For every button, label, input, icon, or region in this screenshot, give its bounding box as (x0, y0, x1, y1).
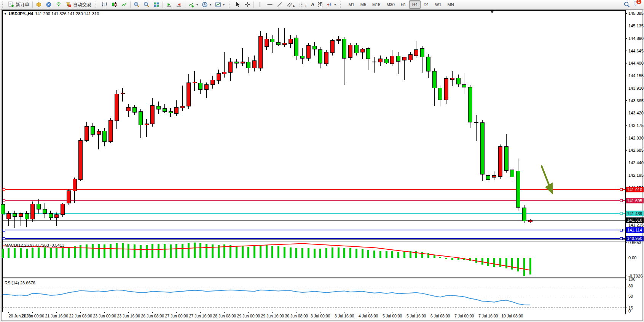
signals-button[interactable] (54, 0, 64, 9)
svg-text:5 Jul 16:00: 5 Jul 16:00 (406, 314, 426, 318)
chevron-down-icon: ▾ (334, 3, 336, 6)
svg-text:0: 0 (628, 309, 631, 313)
timeframe-M30[interactable]: M30 (383, 0, 397, 9)
autotrading-icon (65, 2, 72, 8)
svg-text:142.685: 142.685 (628, 148, 644, 152)
symbol-period-label: USDJPY-,H4 (9, 11, 33, 16)
toolbar-drag-handle[interactable] (229, 2, 231, 8)
svg-text:50: 50 (628, 294, 633, 298)
toolbar-separator (163, 2, 163, 8)
svg-text:143.175: 143.175 (628, 123, 644, 128)
chart-title: ▼ USDJPY-,H4 141.290 141.326 141.280 141… (4, 11, 99, 16)
timeframe-W1[interactable]: W1 (432, 0, 445, 9)
svg-text:27 Jun 16:00: 27 Jun 16:00 (189, 314, 212, 318)
trendline-icon (277, 2, 283, 8)
svg-text:22 Jun 08:00: 22 Jun 08:00 (69, 314, 92, 318)
text-label-tool-button[interactable]: T (316, 0, 325, 9)
trendline-tool-button[interactable] (275, 0, 285, 9)
notifications-button[interactable]: 1 (633, 1, 639, 8)
svg-text:28 Jun 08:00: 28 Jun 08:00 (213, 314, 236, 318)
svg-text:141.439: 141.439 (627, 211, 642, 216)
svg-text:29 Jun 00:00: 29 Jun 00:00 (237, 314, 260, 318)
tile-windows-button[interactable] (151, 0, 161, 9)
channel-glyph: E (293, 4, 295, 8)
zoom-out-icon (143, 2, 150, 8)
cursor-tool-button[interactable] (233, 0, 242, 9)
toolbar-separator (185, 2, 185, 8)
chart-shift-button[interactable] (174, 0, 184, 9)
ohlc-values: 141.290 141.326 141.280 141.310 (35, 11, 99, 16)
svg-text:145.135: 145.135 (628, 24, 644, 28)
svg-text:80: 80 (628, 284, 633, 288)
toolbar-drag-handle[interactable] (96, 2, 98, 8)
templates-button[interactable]: ▾ (213, 0, 226, 9)
timeframe-D1[interactable]: D1 (421, 0, 432, 9)
timeframe-M5[interactable]: M5 (357, 0, 369, 9)
crosshair-tool-button[interactable] (242, 0, 252, 9)
svg-text:142.195: 142.195 (628, 173, 644, 178)
svg-text:5 Jul 00:00: 5 Jul 00:00 (383, 314, 402, 318)
svg-text:142.930: 142.930 (628, 136, 644, 140)
navigator-icon (46, 2, 52, 8)
svg-text:140.950: 140.950 (627, 236, 642, 241)
market-watch-button[interactable] (34, 0, 44, 9)
crosshair-icon (244, 2, 250, 8)
toolbar-drag-handle[interactable] (2, 2, 5, 8)
svg-text:143.910: 143.910 (628, 86, 644, 90)
svg-text:143.665: 143.665 (628, 98, 644, 103)
signals-icon (56, 2, 62, 8)
vertical-line-tool-button[interactable] (255, 0, 265, 9)
candlestick-chart-button[interactable] (109, 0, 119, 9)
new-order-button[interactable]: 新订单 (6, 0, 31, 9)
autotrading-label: 自动交易 (73, 2, 91, 8)
chart-canvas[interactable]: 145.385145.135144.890144.645144.400144.1… (0, 9, 644, 322)
svg-text:145.385: 145.385 (628, 11, 644, 16)
svg-text:144.890: 144.890 (628, 36, 644, 41)
svg-text:30 Jun 08:00: 30 Jun 08:00 (285, 314, 308, 318)
fibonacci-tool-button[interactable]: F (297, 0, 309, 9)
equidistant-channel-icon (287, 2, 293, 8)
autotrading-button[interactable]: 自动交易 (64, 0, 93, 9)
toolbar-separator (32, 2, 33, 8)
chart-window: 145.385145.135144.890144.645144.400144.1… (0, 9, 644, 322)
horizontal-line-tool-button[interactable] (265, 0, 275, 9)
horizontal-line-icon (267, 2, 273, 8)
search-icon[interactable] (623, 2, 630, 8)
new-order-label: 新订单 (16, 2, 29, 8)
clock-icon (202, 2, 208, 8)
svg-text:3 Jul 00:00: 3 Jul 00:00 (311, 314, 330, 318)
channel-tool-button[interactable]: E (285, 0, 297, 9)
timeframe-M15[interactable]: M15 (369, 0, 383, 9)
auto-scroll-button[interactable] (164, 0, 174, 9)
text-tool-button[interactable]: A (309, 0, 316, 9)
periods-button[interactable]: ▾ (200, 0, 213, 9)
svg-text:23 Jun 16:00: 23 Jun 16:00 (117, 314, 140, 318)
svg-text:0.00: 0.00 (628, 255, 636, 260)
toolbar-separator (130, 2, 131, 8)
timeframe-H4[interactable]: H4 (409, 0, 421, 9)
line-chart-button[interactable] (119, 0, 129, 9)
zoom-in-button[interactable] (132, 0, 142, 9)
timeframe-M1[interactable]: M1 (345, 0, 357, 9)
chart-shift-icon (176, 2, 182, 8)
zoom-out-button[interactable] (142, 0, 151, 9)
auto-scroll-icon (166, 2, 172, 8)
chart-menu-triangle-icon[interactable]: ▼ (4, 12, 7, 16)
navigator-button[interactable] (44, 0, 54, 9)
candlestick-chart-icon (111, 2, 117, 8)
rsi-value: 23.6676 (20, 281, 35, 285)
arrows-icon (326, 2, 332, 8)
bar-chart-button[interactable] (99, 0, 109, 9)
indicators-button[interactable]: ▾ (187, 0, 200, 9)
toolbar-drag-handle[interactable] (340, 2, 342, 8)
timeframe-MN[interactable]: MN (445, 0, 457, 9)
svg-text:26 Jun 08:00: 26 Jun 08:00 (141, 314, 164, 318)
svg-text:27 Jun 00:00: 27 Jun 00:00 (165, 314, 188, 318)
svg-text:141.910: 141.910 (627, 187, 642, 192)
svg-text:144.155: 144.155 (628, 73, 644, 78)
timeframe-H1[interactable]: H1 (398, 0, 409, 9)
arrows-tool-button[interactable]: ▾ (324, 0, 338, 9)
market-watch-icon (36, 2, 42, 8)
line-chart-icon (121, 2, 127, 8)
svg-text:6 Jul 08:00: 6 Jul 08:00 (430, 314, 450, 318)
